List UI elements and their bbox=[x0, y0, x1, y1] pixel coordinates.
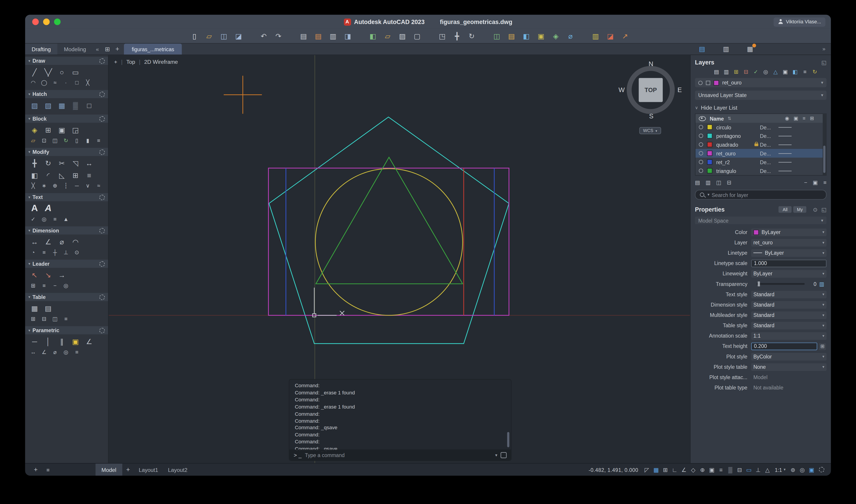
find-replace-icon[interactable]: ◎ bbox=[38, 214, 49, 223]
trim-icon[interactable]: ✂ bbox=[55, 157, 68, 169]
hide-layer-list-toggle[interactable]: ∨ Hide Layer List bbox=[695, 104, 826, 111]
palette-section-header[interactable]: ▾ Block bbox=[25, 114, 108, 123]
make-block-icon[interactable]: ◈ bbox=[27, 124, 41, 136]
layout2-tab[interactable]: Layout2 bbox=[163, 464, 192, 475]
polyline-icon[interactable]: ╲╱ bbox=[41, 66, 55, 78]
palette-section-header[interactable]: ▾ Modify bbox=[25, 148, 108, 156]
selection-cycling-icon[interactable]: ⊟ bbox=[735, 466, 744, 474]
rotate-icon[interactable]: ↻ bbox=[41, 157, 55, 169]
property-control[interactable]: Standard ▥ ▾ ⊞ bbox=[751, 290, 826, 298]
viewport-menu-button[interactable]: + bbox=[114, 59, 117, 65]
property-control[interactable]: ByLayer ▥ ▾ ⊞ bbox=[751, 270, 826, 277]
sheet-set-icon[interactable]: ▥ bbox=[590, 32, 601, 41]
manage-attributes-icon[interactable]: ≡ bbox=[93, 136, 104, 145]
circle-shape[interactable] bbox=[315, 169, 462, 315]
save-icon[interactable]: ◫ bbox=[218, 32, 229, 41]
palette-menu-icon[interactable]: ≡ bbox=[46, 467, 50, 473]
drawing-canvas[interactable]: + | Top | 2D Wireframe N S W E TOP WCS ▾ bbox=[109, 55, 690, 463]
point-icon[interactable]: ∙ bbox=[60, 78, 71, 87]
customization-gear-icon[interactable] bbox=[819, 467, 824, 472]
multiline-text-icon[interactable]: A bbox=[27, 202, 41, 214]
golden-rectangle-shape[interactable] bbox=[268, 168, 509, 315]
count-blocks-icon[interactable]: ◫ bbox=[49, 136, 60, 145]
radius-dimension-icon[interactable]: ⌀ bbox=[55, 236, 68, 248]
viewport-view-control[interactable]: Top bbox=[126, 59, 135, 65]
ortho-mode-icon[interactable]: ∟ bbox=[670, 466, 679, 474]
arc-icon[interactable]: ◠ bbox=[27, 78, 38, 87]
aligned-dimension-icon[interactable]: ∠ bbox=[41, 236, 55, 248]
current-layer-dropdown[interactable]: ret_ouro ▾ bbox=[695, 78, 826, 87]
layer-row[interactable]: pentagono De... bbox=[696, 131, 826, 140]
move-icon[interactable]: ╋ bbox=[27, 157, 41, 169]
collect-leaders-icon[interactable]: ⊞ bbox=[27, 281, 38, 290]
copy-icon[interactable]: ◫ bbox=[491, 32, 502, 41]
layer-status-icon[interactable] bbox=[699, 142, 703, 147]
save-as-icon[interactable]: ◪ bbox=[233, 32, 244, 41]
block-editor-icon[interactable]: ▣ bbox=[55, 124, 68, 136]
recent-commands-icon[interactable]: ▾ bbox=[495, 452, 497, 457]
section-gear-icon[interactable] bbox=[99, 261, 105, 266]
solid-hatch-icon[interactable]: ▦ bbox=[55, 99, 68, 111]
region-icon[interactable]: □ bbox=[71, 78, 82, 87]
property-control[interactable]: None ▥ ▾ ⊞ bbox=[751, 363, 826, 371]
set-base-point-icon[interactable]: ⊡ bbox=[38, 136, 49, 145]
insert-block-icon[interactable]: ⊞ bbox=[41, 124, 55, 136]
offset-icon[interactable]: ≡ bbox=[82, 169, 95, 181]
attach-icon[interactable]: ▱ bbox=[27, 136, 38, 145]
workspace-tab[interactable]: Modeling bbox=[57, 43, 93, 55]
edit-attribute-icon[interactable]: ▮ bbox=[82, 136, 93, 145]
table-from-data-icon[interactable]: ▤ bbox=[41, 302, 55, 314]
layer-walk-icon[interactable]: ↻ bbox=[810, 68, 819, 75]
linear-dimension-icon[interactable]: ↔ bbox=[27, 236, 41, 248]
layer-settings-icon[interactable]: ⊟ bbox=[727, 179, 731, 185]
print-icon[interactable]: ▤ bbox=[298, 32, 309, 41]
fillet-icon[interactable]: ◜ bbox=[41, 169, 55, 181]
sync-attributes-icon[interactable]: ↻ bbox=[60, 136, 71, 145]
aligned-constraint-icon[interactable]: ∠ bbox=[38, 347, 49, 356]
model-tab[interactable]: Model bbox=[95, 464, 123, 475]
layer-row[interactable]: quadrado De... bbox=[696, 140, 826, 149]
filter-my-button[interactable]: My bbox=[793, 206, 806, 213]
share-drawing-icon[interactable]: ↗ bbox=[619, 32, 631, 41]
wcs-dropdown[interactable]: WCS ▾ bbox=[639, 127, 661, 134]
polar-tracking-icon[interactable]: ∠ bbox=[680, 466, 688, 474]
filter-all-button[interactable]: All bbox=[779, 206, 792, 213]
view-cube[interactable]: TOP bbox=[639, 78, 663, 102]
new-layer-icon[interactable]: ⊞ bbox=[732, 68, 740, 75]
table-style-icon[interactable]: ≡ bbox=[60, 314, 71, 323]
merge-cells-icon[interactable]: ◫ bbox=[49, 314, 60, 323]
linear-constraint-icon[interactable]: ↔ bbox=[27, 347, 38, 356]
new-group-filter-icon[interactable]: ▤ bbox=[695, 179, 700, 185]
property-control[interactable]: ByLayer ▥ ▾ ⊞ bbox=[751, 249, 826, 257]
compass-east[interactable]: E bbox=[678, 86, 682, 94]
markup-import-icon[interactable]: ◪ bbox=[605, 32, 616, 41]
property-control[interactable]: 1:1 ▥ ▾ ⊞ bbox=[751, 332, 826, 340]
show-constraints-icon[interactable]: ◎ bbox=[60, 347, 71, 356]
angle-constraint-icon[interactable]: ∠ bbox=[82, 336, 95, 347]
property-control[interactable]: Standard ▥ ▾ ⊞ bbox=[751, 311, 826, 319]
scrollbar-thumb[interactable] bbox=[823, 146, 825, 173]
property-control[interactable]: 0.200 ▥ ▾ ⊞ bbox=[751, 342, 817, 350]
user-account-button[interactable]: Viktoriia Vlase... bbox=[773, 17, 825, 26]
section-gear-icon[interactable] bbox=[99, 149, 105, 155]
layer-match-icon[interactable]: ≡ bbox=[801, 68, 809, 75]
workspace-switching-icon[interactable]: ◎ bbox=[798, 466, 806, 474]
command-window[interactable]: Command:Command: _erase 1 foundCommand:C… bbox=[289, 379, 512, 461]
palette-section-header[interactable]: ▾ Dimension bbox=[25, 227, 108, 234]
center-mark-icon[interactable]: ⊙ bbox=[71, 248, 82, 256]
lock-icon[interactable] bbox=[754, 143, 758, 146]
layer-color-swatch[interactable] bbox=[707, 168, 712, 174]
layer-state-icon[interactable]: ▥ bbox=[722, 68, 730, 75]
spline-icon[interactable]: ≈ bbox=[49, 78, 60, 87]
command-input[interactable]: Type a command bbox=[305, 452, 492, 458]
layer-status-icon[interactable] bbox=[699, 151, 703, 156]
visibility-column-eye-icon[interactable] bbox=[699, 116, 706, 121]
transparency-layers-icon[interactable]: ▥ bbox=[819, 281, 824, 287]
pin-properties-icon[interactable]: ⊙ bbox=[813, 206, 818, 213]
construction-line-icon[interactable]: ╳ bbox=[82, 78, 93, 87]
object-snap-tracking-icon[interactable]: ⊕ bbox=[698, 466, 706, 474]
section-gear-icon[interactable] bbox=[99, 58, 105, 64]
layer-status-icon[interactable] bbox=[699, 168, 703, 173]
palette-section-header[interactable]: ▾ Draw bbox=[25, 57, 108, 65]
insert-block-icon[interactable]: ◧ bbox=[367, 32, 378, 41]
